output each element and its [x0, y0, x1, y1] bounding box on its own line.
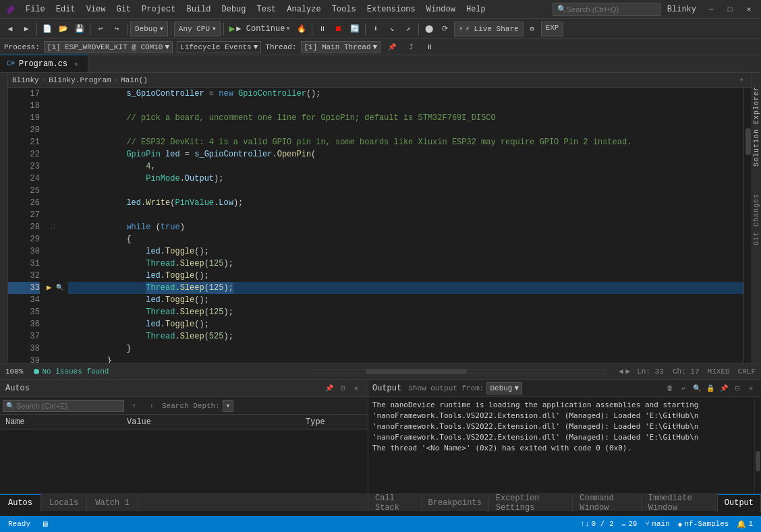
status-git-branch[interactable]: ⑂ main	[642, 520, 672, 528]
tab-output[interactable]: Output	[718, 494, 761, 512]
status-nf-samples[interactable]: ◆ nf-Samples	[675, 520, 732, 529]
editor-tab-close[interactable]: ✕	[72, 59, 81, 69]
platform-dropdown[interactable]: Any CPU ▼	[174, 22, 221, 36]
continue-button[interactable]: ▶ ▶ Continue ▼	[227, 22, 293, 36]
menu-git[interactable]: Git	[111, 0, 136, 18]
menu-project[interactable]: Project	[136, 0, 181, 18]
toolbar-debug-stop[interactable]: ⏹	[331, 22, 346, 36]
minimize-button[interactable]: ─	[702, 0, 721, 19]
scroll-left-icon[interactable]: ◀	[619, 367, 623, 376]
close-button[interactable]: ✕	[739, 0, 758, 19]
toolbar-forward[interactable]: ▶	[19, 22, 34, 36]
toolbar-back[interactable]: ◀	[3, 22, 18, 36]
thread-dropdown[interactable]: [1] Main Thread ▼	[301, 41, 381, 53]
tab-immediate-window[interactable]: Immediate Window	[642, 494, 718, 512]
col-header-type: Type	[300, 417, 368, 427]
output-pin-btn[interactable]: 📌	[718, 382, 730, 394]
live-share-button[interactable]: ⚡ ⚡ Live Share	[454, 22, 524, 36]
output-word-wrap-btn[interactable]: ↩	[677, 382, 689, 394]
process-dropdown[interactable]: [1] ESP_WROVER_KIT @ COM10 ▼	[44, 41, 173, 53]
collapse-marker-28[interactable]: □	[51, 221, 55, 233]
autos-pin-btn[interactable]: 📌	[323, 382, 335, 394]
tab-watch1[interactable]: Watch 1	[87, 494, 138, 512]
autos-sort-desc[interactable]: ↓	[144, 398, 159, 413]
output-find-btn[interactable]: 🔍	[691, 382, 703, 394]
toolbar-save[interactable]: 💾	[72, 22, 87, 36]
menu-analyze[interactable]: Analyze	[281, 0, 326, 18]
tab-exception-settings[interactable]: Exception Settings	[489, 494, 573, 512]
menu-tools[interactable]: Tools	[327, 0, 362, 18]
continue-dropdown-arrow[interactable]: ▼	[286, 26, 289, 32]
status-ready[interactable]: Ready	[5, 520, 33, 528]
status-branch-arrows[interactable]: ↑↓ 0 / 2	[577, 520, 616, 528]
status-notifications[interactable]: 🔔 1	[734, 520, 756, 529]
menu-test[interactable]: Test	[252, 0, 282, 18]
toolbar-debug-1[interactable]: ⏸	[315, 22, 330, 36]
tab-breakpoints[interactable]: Breakpoints	[422, 494, 489, 512]
toolbar-new-project[interactable]: 📄	[40, 22, 55, 36]
code-line-31: Thread.Sleep(125);	[68, 258, 743, 270]
toolbar-debug-restart[interactable]: 🔄	[347, 22, 362, 36]
menu-build[interactable]: Build	[181, 0, 216, 18]
output-close-btn[interactable]: ✕	[745, 382, 757, 394]
step-over-btn[interactable]: ⬇	[368, 22, 383, 36]
editor-v-scrollbar-thumb[interactable]	[745, 128, 751, 155]
breadcrumb-main[interactable]: Main()	[121, 76, 148, 84]
breadcrumb-blinky[interactable]: Blinky	[12, 76, 39, 84]
toolbar-settings[interactable]: ⚙	[525, 22, 540, 36]
maximize-button[interactable]: □	[721, 0, 739, 19]
solution-explorer-tab[interactable]: Solution Explorer	[753, 86, 760, 167]
output-v-scroll-thumb[interactable]	[756, 451, 760, 471]
toolbar-undo[interactable]: ↩	[93, 22, 108, 36]
breakpoints-btn[interactable]: ⬤	[422, 22, 436, 36]
status-pen[interactable]: ✏ 29	[619, 520, 640, 529]
output-source-dropdown[interactable]: Debug ▼	[486, 382, 522, 394]
tab-command-window[interactable]: Command Window	[573, 494, 642, 512]
exp-button[interactable]: EXP	[541, 22, 564, 36]
output-dock-btn[interactable]: ⊡	[731, 382, 743, 394]
toolbar-btn-extra[interactable]: ⟳	[438, 22, 453, 36]
tab-locals[interactable]: Locals	[41, 494, 87, 512]
toolbar-open[interactable]: 📂	[56, 22, 71, 36]
h-scrollbar[interactable]	[311, 369, 606, 374]
output-lock-btn[interactable]: 🔒	[704, 382, 716, 394]
hot-reload-btn[interactable]: 🔥	[294, 22, 309, 36]
menu-window[interactable]: Window	[421, 0, 461, 18]
autos-dock-btn[interactable]: ⊡	[337, 382, 349, 394]
step-into-btn[interactable]: ↘	[385, 22, 399, 36]
menu-edit[interactable]: Edit	[51, 0, 81, 18]
toolbar-redo[interactable]: ↪	[109, 22, 124, 36]
autos-search-box[interactable]: 🔍	[3, 400, 124, 412]
autos-sort-asc[interactable]: ↑	[127, 398, 142, 413]
autos-close-btn[interactable]: ✕	[350, 382, 362, 394]
menu-debug[interactable]: Debug	[216, 0, 251, 18]
autos-search-input[interactable]	[16, 402, 121, 410]
depth-dropdown[interactable]: ▾	[223, 400, 234, 412]
menu-file[interactable]: File	[20, 0, 51, 18]
menu-search-input[interactable]	[567, 5, 648, 13]
step-out-btn[interactable]: ↗	[401, 22, 416, 36]
menu-extensions[interactable]: Extensions	[362, 0, 421, 18]
scroll-right-icon[interactable]: ▶	[626, 367, 631, 376]
git-changes-tab[interactable]: Git Changes	[753, 194, 760, 245]
breadcrumb-add-btn[interactable]: +	[735, 74, 748, 86]
editor-v-scrollbar[interactable]	[743, 88, 752, 363]
code-editor[interactable]: s_GpioController = new GpioController();…	[65, 88, 743, 363]
thread-pause-btn[interactable]: ⏸	[422, 40, 437, 55]
h-scrollbar-thumb[interactable]	[366, 370, 467, 374]
no-issues-indicator[interactable]: No issues found	[34, 367, 109, 376]
menu-help[interactable]: Help	[461, 0, 491, 18]
editor-tab-programcs[interactable]: C# Program.cs ✕	[0, 55, 88, 72]
breadcrumb-program[interactable]: Blinky.Program	[49, 76, 111, 84]
lifecycle-dropdown[interactable]: Lifecycle Events ▼	[177, 41, 261, 53]
tab-autos[interactable]: Autos	[0, 494, 41, 512]
menu-view[interactable]: View	[81, 0, 111, 18]
thread-pin-btn[interactable]: 📌	[385, 40, 399, 55]
thread-nav-btn[interactable]: ⤴	[403, 40, 418, 55]
output-v-scrollbar[interactable]	[754, 397, 761, 494]
tab-call-stack[interactable]: Call Stack	[368, 494, 422, 512]
debug-config-dropdown[interactable]: Debug ▼	[130, 22, 168, 36]
menu-search-box[interactable]: 🔍	[553, 3, 660, 16]
output-clear-btn[interactable]: 🗑	[664, 382, 676, 394]
status-screen[interactable]: 🖥	[38, 520, 51, 529]
